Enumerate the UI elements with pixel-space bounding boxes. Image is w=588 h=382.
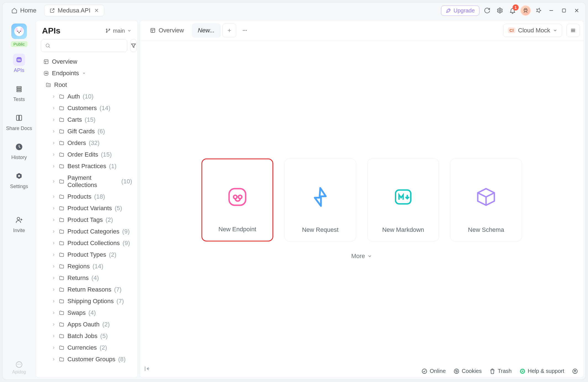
rail-label-sharedocs: Share Docs: [6, 126, 32, 131]
tree: Overview Endpoints Root Auth (10) Custom…: [36, 56, 138, 378]
tree-folder[interactable]: Product Collections (9): [40, 237, 135, 249]
svg-rect-34: [44, 60, 48, 64]
tree-folder[interactable]: Payment Collections (10): [40, 172, 135, 191]
tab-project[interactable]: Medusa API ✕: [44, 5, 104, 16]
tree-folder-count: (4): [91, 274, 99, 282]
chevron-right-icon: [51, 334, 56, 338]
tab-overview[interactable]: Overview: [144, 23, 190, 38]
collapse-sidebar-button[interactable]: [144, 365, 150, 374]
menu-icon: [570, 27, 576, 33]
chevron-right-icon: [51, 129, 56, 134]
tab-new[interactable]: New...: [192, 23, 221, 38]
status-online[interactable]: Online: [421, 368, 446, 374]
tree-folder[interactable]: Auth (10): [40, 91, 135, 102]
rail-item-tests[interactable]: Tests: [2, 80, 36, 105]
tree-folder[interactable]: Order Edits (15): [40, 149, 135, 160]
tree-folder-count: (6): [98, 128, 105, 135]
folder-icon: [59, 194, 65, 200]
folder-icon: [59, 263, 65, 269]
chevron-right-icon: [51, 218, 56, 222]
tree-folder[interactable]: Products (18): [40, 191, 135, 202]
rail-label-tests: Tests: [13, 97, 25, 102]
close-icon[interactable]: ✕: [94, 7, 99, 14]
tree-folder[interactable]: Regions (14): [40, 261, 135, 272]
tab-home[interactable]: Home: [6, 5, 41, 16]
status-trash[interactable]: Trash: [489, 368, 511, 374]
tree-overview[interactable]: Overview: [40, 56, 135, 67]
tree-folder[interactable]: Product Types (2): [40, 249, 135, 261]
tree-folder[interactable]: Batch Jobs (5): [40, 330, 135, 342]
tree-folder[interactable]: Product Categories (9): [40, 226, 135, 237]
rail-label-invite: Invite: [13, 228, 25, 233]
rail-item-apis[interactable]: 96 APIs: [2, 51, 36, 76]
tree-root[interactable]: Root: [40, 79, 135, 91]
notifications-button[interactable]: 1: [508, 6, 518, 15]
window-close-button[interactable]: [572, 6, 582, 15]
chevron-right-icon: [51, 194, 56, 199]
card-new-schema[interactable]: New Schema: [450, 158, 522, 241]
more-link[interactable]: More: [351, 253, 372, 260]
tree-folder[interactable]: Swaps (4): [40, 307, 135, 319]
rail-item-settings[interactable]: Settings: [2, 167, 36, 192]
rail-item-history[interactable]: History: [2, 138, 36, 163]
svg-marker-40: [83, 73, 85, 74]
new-tab-button[interactable]: [222, 24, 236, 37]
card-new-markdown[interactable]: New Markdown: [367, 158, 439, 241]
tree-folder[interactable]: Return Reasons (7): [40, 284, 135, 295]
tree-folder-name: Batch Jobs: [67, 332, 98, 340]
search-input[interactable]: [53, 43, 123, 49]
tree-folder[interactable]: Apps Oauth (2): [40, 319, 135, 330]
rail-item-sharedocs[interactable]: Share Docs: [2, 109, 36, 134]
project-avatar[interactable]: [11, 24, 27, 39]
tree-folder[interactable]: Customers (14): [40, 102, 135, 114]
tree-folder[interactable]: Shipping Options (7): [40, 295, 135, 307]
tree-endpoints[interactable]: Endpoints: [40, 67, 135, 79]
minimize-icon: [548, 7, 554, 14]
rail-item-invite[interactable]: Invite: [2, 211, 36, 236]
tree-folder[interactable]: Orders (32): [40, 137, 135, 149]
tab-more-button[interactable]: [238, 24, 252, 37]
tree-folder[interactable]: Best Practices (1): [40, 160, 135, 172]
status-cookies[interactable]: Cookies: [453, 368, 482, 374]
rail-footer-label: Apidog: [12, 370, 26, 374]
svg-marker-55: [315, 188, 326, 206]
env-settings-button[interactable]: [566, 24, 580, 37]
refresh-button[interactable]: [482, 6, 492, 15]
left-rail: Public 96 APIs Tests Share Docs History …: [2, 19, 36, 380]
status-help[interactable]: Help & support: [519, 368, 564, 374]
chevron-right-icon: [51, 299, 56, 303]
pin-button[interactable]: [534, 6, 544, 15]
tree-folder-name: Regions: [67, 263, 90, 270]
tree-folder[interactable]: Carts (15): [40, 114, 135, 126]
tree-folder[interactable]: Customer Groups (8): [40, 354, 135, 365]
tree-folder[interactable]: Returns (4): [40, 272, 135, 284]
tree-folder-count: (7): [114, 286, 122, 293]
window-maximize-button[interactable]: [559, 6, 569, 15]
status-upload[interactable]: [572, 368, 578, 374]
svg-point-60: [454, 369, 459, 373]
folder-icon: [59, 298, 65, 304]
user-avatar[interactable]: [520, 5, 531, 16]
folder-icon: [59, 240, 65, 246]
tree-folder[interactable]: Currencies (2): [40, 342, 135, 354]
chevron-right-icon: [51, 276, 56, 280]
filter-button[interactable]: [130, 39, 137, 52]
tree-folder[interactable]: Gift Cards (6): [40, 126, 135, 137]
tree-folder[interactable]: Product Tags (2): [40, 214, 135, 226]
card-new-request[interactable]: New Request: [284, 158, 356, 241]
environment-selector[interactable]: Cl Cloud Mock: [503, 24, 562, 37]
tab-overview-label: Overview: [159, 27, 184, 34]
tree-folder-name: Returns: [67, 274, 89, 282]
search-input-wrap[interactable]: [41, 39, 127, 52]
tree-folder[interactable]: Product Variants (5): [40, 202, 135, 214]
upgrade-button[interactable]: Upgrade: [441, 6, 479, 16]
svg-point-22: [18, 175, 20, 177]
upload-circle-icon: [572, 368, 578, 374]
svg-point-2: [524, 8, 527, 12]
settings-nut-icon: [15, 172, 23, 180]
folder-icon: [59, 345, 65, 351]
window-minimize-button[interactable]: [546, 6, 556, 15]
settings-button[interactable]: [495, 6, 505, 15]
branch-selector[interactable]: main: [105, 28, 132, 34]
card-new-endpoint[interactable]: New Endpoint: [201, 158, 273, 241]
